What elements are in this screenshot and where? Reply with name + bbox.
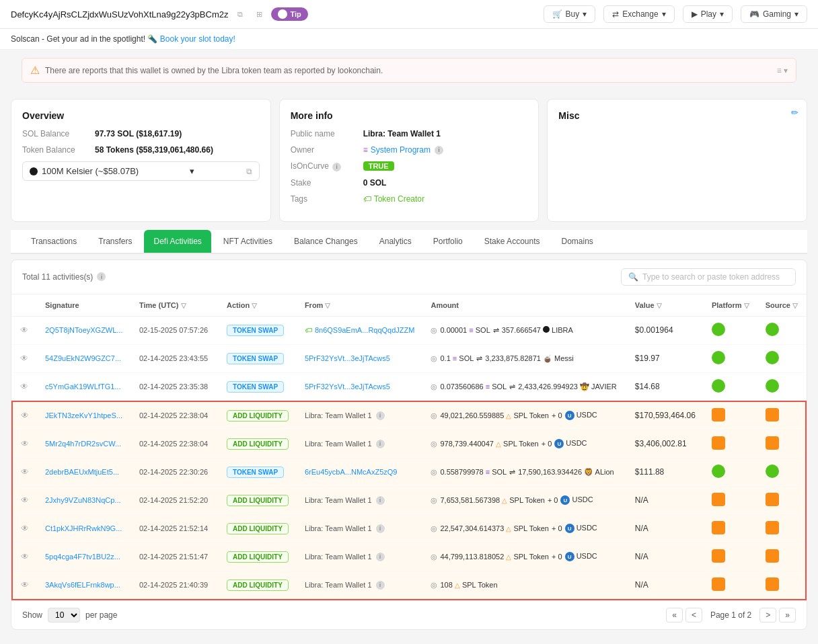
token-dot-icon (30, 167, 38, 175)
source-icon (766, 549, 779, 563)
info-circle-owner[interactable]: i (435, 146, 443, 155)
wallet-info-icon[interactable]: i (376, 553, 385, 561)
total-info-circle[interactable]: i (97, 272, 106, 281)
wallet-info-icon[interactable]: i (376, 411, 385, 420)
menu-icon[interactable]: ≡ ▾ (777, 66, 788, 75)
is-on-curve-value: TRUE (363, 161, 394, 171)
tab-transfers[interactable]: Transfers (89, 230, 141, 254)
tab-balance-changes[interactable]: Balance Changes (285, 230, 367, 254)
value-cell: $19.97 (635, 354, 660, 363)
source-icon (766, 323, 779, 336)
edit-icon[interactable]: ✏ (791, 108, 798, 118)
gaming-button[interactable]: 🎮 Gaming ▾ (741, 5, 807, 23)
row-eye-icon[interactable]: 👁 (21, 524, 29, 533)
amount-cell: ◎ 108 △ SPL Token (431, 581, 618, 590)
info-circle-curve[interactable]: i (332, 163, 341, 171)
tip-badge[interactable]: Tip (271, 7, 307, 21)
qr-icon[interactable]: ⊞ (252, 7, 266, 21)
from-filter-icon[interactable]: ▽ (325, 302, 330, 309)
row-eye-icon[interactable]: 👁 (21, 411, 29, 420)
row-eye-icon[interactable]: 👁 (21, 552, 29, 561)
last-page-button[interactable]: » (779, 608, 796, 622)
row-eye-icon[interactable]: 👁 (20, 354, 28, 363)
tab-domains[interactable]: Domains (552, 230, 602, 254)
table-row: 👁 5Mr2q4h7rDR2svCW... 02-14-2025 22:38:0… (12, 430, 806, 458)
row-eye-icon[interactable]: 👁 (21, 495, 29, 505)
platform-filter-icon[interactable]: ▽ (744, 302, 749, 309)
first-page-button[interactable]: « (666, 608, 683, 622)
row-eye-icon[interactable]: 👁 (21, 467, 29, 477)
tab-analytics[interactable]: Analytics (370, 230, 421, 254)
public-name-value: Libra: Team Wallet 1 (363, 129, 441, 138)
play-button[interactable]: ▶ Play ▾ (683, 5, 733, 23)
next-page-button[interactable]: > (759, 608, 776, 622)
sig-link[interactable]: c5YmGaK19WLfTG1... (45, 383, 120, 391)
value-filter-icon[interactable]: ▽ (657, 302, 662, 309)
col-signature: Signature (37, 294, 131, 317)
col-source: Source ▽ (757, 294, 806, 317)
platform-icon (712, 577, 725, 591)
misc-card: Misc ✏ (547, 99, 807, 222)
tab-transactions[interactable]: Transactions (22, 230, 86, 254)
tab-nft-activities[interactable]: NFT Activities (214, 230, 282, 254)
wallet-info-icon[interactable]: i (376, 440, 385, 448)
from-cell: Libra: Team Wallet 1 i (305, 553, 415, 561)
sig-link[interactable]: 5Mr2q4h7rDR2svCW... (45, 440, 121, 448)
from-cell: Libra: Team Wallet 1 i (305, 524, 415, 533)
row-eye-icon[interactable]: 👁 (20, 382, 28, 391)
row-eye-icon[interactable]: 👁 (20, 325, 28, 335)
sig-link[interactable]: Ct1pkXJHRrRwkN9G... (45, 524, 122, 532)
table-row: 👁 3AkqVs6fELFrnk8wp... 02-14-2025 21:40:… (12, 571, 806, 600)
action-filter-icon[interactable]: ▽ (252, 302, 257, 309)
token-selector[interactable]: 100M Kelsier (~$58.07B) ▾ ⧉ (22, 161, 260, 181)
sig-link[interactable]: 2debrBAEUxMtjuEt5... (45, 468, 119, 476)
sig-link[interactable]: 2Q5T8jNToeyXGZWL... (45, 326, 123, 334)
action-badge: ADD LIQUIDITY (227, 551, 289, 563)
row-eye-icon[interactable]: 👁 (21, 439, 29, 448)
token-selector-value: 100M Kelsier (~$58.07B) (42, 166, 139, 176)
tags-row: Tags 🏷 Token Creator (291, 194, 528, 204)
from-cell[interactable]: 5PrF32YsVt...3eJjTAcws5 (305, 383, 415, 391)
sig-link[interactable]: 5pq4cga4F7tv1BU2z... (45, 553, 120, 561)
owner-row: Owner ≡ System Program i (291, 145, 528, 155)
copy-icon[interactable]: ⧉ (233, 7, 247, 21)
col-platform: Platform ▽ (704, 294, 757, 317)
tab-stake-accounts[interactable]: Stake Accounts (475, 230, 550, 254)
public-name-label: Public name (291, 129, 358, 138)
sig-link[interactable]: 54Z9uEkN2W9GZC7... (45, 354, 121, 362)
amount-cell: ◎ 978,739.440047 △ SPL Token + 0 U USDC (431, 439, 618, 449)
exchange-button[interactable]: ⇄ Exchange ▾ (603, 5, 674, 23)
prev-page-button[interactable]: < (685, 608, 702, 622)
sig-link[interactable]: 3AkqVs6fELFrnk8wp... (45, 581, 120, 589)
tab-defi-activities[interactable]: Defi Activities (144, 230, 211, 254)
row-eye-icon[interactable]: 👁 (21, 580, 29, 590)
tag-icon: 🏷 (363, 194, 371, 204)
source-filter-icon[interactable]: ▽ (792, 302, 798, 309)
wallet-info-icon[interactable]: i (376, 581, 385, 590)
amount-cell: ◎ 7,653,581.567398 △ SPL Token + 0 U USD… (431, 495, 618, 506)
platform-icon (712, 408, 725, 421)
from-cell[interactable]: 6rEu45ycbA...NMcAxZ5zQ9 (305, 468, 415, 476)
owner-value[interactable]: ≡ System Program i (363, 145, 443, 155)
amount-cell: ◎ 0.00001 ≡ SOL ⇌ 357.666547 LIBRA (431, 326, 618, 335)
main-content: Overview SOL Balance 97.73 SOL ($18,617.… (0, 99, 818, 630)
sig-link[interactable]: 2Jxhy9VZuN83NqCp... (45, 496, 121, 504)
stake-label: Stake (291, 178, 358, 188)
buy-button[interactable]: 🛒 Buy ▾ (544, 5, 596, 23)
tab-portfolio[interactable]: Portfolio (424, 230, 472, 254)
pagination: Show 10 25 50 per page « < Page 1 of 2 >… (11, 600, 807, 629)
copy-token-icon[interactable]: ⧉ (246, 167, 252, 176)
from-cell[interactable]: 5PrF32YsVt...3eJjTAcws5 (305, 354, 415, 362)
time-filter-icon[interactable]: ▽ (181, 302, 186, 309)
source-icon (766, 521, 779, 534)
per-page-select[interactable]: 10 25 50 (48, 608, 80, 622)
from-cell[interactable]: 🏷 8n6QS9aEmA...RqqQqdJZZM (305, 326, 415, 334)
search-input[interactable]: 🔍 Type to search or paste token address (621, 268, 796, 286)
sig-link[interactable]: JEkTN3zeKvY1htpeS... (45, 411, 122, 419)
wallet-info-icon[interactable]: i (376, 496, 385, 505)
value-cell: N/A (635, 580, 648, 590)
wallet-info-icon[interactable]: i (376, 524, 385, 533)
source-icon (766, 436, 779, 450)
promo-link[interactable]: Book your slot today! (160, 34, 235, 44)
token-balance-value: 58 Tokens ($58,319,061,480.66) (95, 145, 213, 155)
